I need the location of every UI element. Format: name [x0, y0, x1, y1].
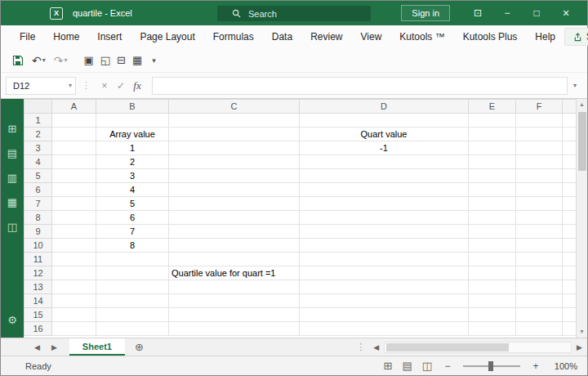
horizontal-scrollbar[interactable] [384, 342, 572, 353]
cell-A4[interactable] [52, 155, 96, 169]
cell-C5[interactable] [169, 169, 300, 183]
name-box[interactable]: D12 ▾ [6, 77, 76, 95]
cell-A14[interactable] [52, 294, 96, 308]
row-header-7[interactable]: 7 [24, 197, 52, 211]
tab-splitter-handle[interactable]: ⋮ [356, 342, 365, 352]
row-header-8[interactable]: 8 [24, 211, 52, 225]
cell-F14[interactable] [516, 294, 563, 308]
normal-view-icon[interactable]: ⊞ [384, 360, 393, 372]
cell-D13[interactable] [300, 280, 469, 294]
cell-F3[interactable] [516, 141, 563, 155]
cell-F8[interactable] [516, 211, 563, 225]
cell-E6[interactable] [469, 183, 516, 197]
cell-C15[interactable] [169, 308, 300, 322]
sheet-tab-sheet1[interactable]: Sheet1 [69, 338, 125, 356]
row-header-6[interactable]: 6 [24, 183, 52, 197]
cell-F6[interactable] [516, 183, 563, 197]
qat-custom-button-3[interactable]: ⊟ [117, 54, 126, 66]
sheet-nav-left-icon[interactable]: ◀ [29, 343, 46, 351]
cell-F12[interactable] [516, 266, 563, 280]
cell-F1[interactable] [516, 114, 563, 128]
row-header-5[interactable]: 5 [24, 169, 52, 183]
vertical-scrollbar[interactable]: ▲ ▼ [576, 99, 587, 338]
cell-A13[interactable] [52, 280, 96, 294]
cell-B4[interactable]: 2 [96, 155, 169, 169]
row-header-4[interactable]: 4 [24, 155, 52, 169]
share-button[interactable]: Share [564, 28, 588, 46]
cell-B12[interactable] [96, 266, 169, 280]
redo-dropdown-icon[interactable]: ▾ [64, 56, 67, 64]
kutools-pane-icon-1[interactable]: ⊞ [8, 123, 17, 135]
ribbon-tab-review[interactable]: Review [301, 25, 351, 48]
cell-B13[interactable] [96, 280, 169, 294]
restore-button[interactable]: □ [522, 1, 551, 25]
page-break-view-icon[interactable]: ◫ [422, 360, 432, 372]
zoom-slider-thumb[interactable] [488, 361, 493, 371]
cell-D3[interactable]: -1 [300, 141, 469, 155]
new-sheet-button[interactable]: ⊕ [135, 341, 144, 353]
cell-D5[interactable] [300, 169, 469, 183]
sign-in-button[interactable]: Sign in [401, 5, 450, 21]
cell-A9[interactable] [52, 225, 96, 239]
cell-B9[interactable]: 7 [96, 225, 169, 239]
customize-qat-icon[interactable]: ▾ [152, 56, 156, 65]
cell-B15[interactable] [96, 308, 169, 322]
cell-F5[interactable] [516, 169, 563, 183]
enter-button[interactable]: ✓ [113, 80, 129, 92]
ribbon-tab-kutools-plus[interactable]: Kutools Plus [454, 25, 527, 48]
cell-E7[interactable] [469, 197, 516, 211]
scroll-up-icon[interactable]: ▲ [579, 99, 585, 110]
sheet-nav-right-icon[interactable]: ▶ [46, 343, 63, 351]
name-box-dropdown-icon[interactable]: ▾ [69, 82, 72, 89]
kutools-pane-icon-5[interactable]: ◫ [7, 222, 17, 233]
col-header-E[interactable]: E [469, 100, 516, 114]
qat-custom-button-4[interactable]: ▦ [132, 54, 142, 66]
undo-button[interactable]: ↶▾ [29, 52, 49, 69]
cell-F13[interactable] [516, 280, 563, 294]
ribbon-tab-file[interactable]: File [11, 25, 44, 48]
ribbon-tab-formulas[interactable]: Formulas [204, 25, 263, 48]
cell-E4[interactable] [469, 155, 516, 169]
cell-B16[interactable] [96, 322, 169, 336]
cell-F15[interactable] [516, 308, 563, 322]
undo-dropdown-icon[interactable]: ▾ [42, 56, 46, 64]
cell-D4[interactable] [300, 155, 469, 169]
cell-E16[interactable] [469, 322, 516, 336]
row-header-12[interactable]: 12 [24, 266, 52, 280]
cell-C10[interactable] [169, 239, 300, 253]
cell-E10[interactable] [469, 239, 516, 253]
cell-A16[interactable] [52, 322, 96, 336]
cell-D12[interactable] [300, 266, 469, 280]
qat-custom-button-1[interactable]: ▣ [84, 54, 94, 66]
row-header-1[interactable]: 1 [24, 114, 52, 128]
zoom-in-button[interactable]: + [530, 360, 541, 372]
cell-B11[interactable] [96, 253, 169, 266]
cell-B8[interactable]: 6 [96, 211, 169, 225]
save-button[interactable] [9, 53, 27, 68]
cell-C3[interactable] [169, 141, 300, 155]
cell-A7[interactable] [52, 197, 96, 211]
minimize-button[interactable]: − [492, 1, 522, 25]
col-header-C[interactable]: C [169, 100, 300, 114]
cell-D2[interactable]: Quart value [300, 128, 469, 141]
cell-D10[interactable] [300, 239, 469, 253]
cell-A15[interactable] [52, 308, 96, 322]
page-layout-view-icon[interactable]: ▤ [402, 360, 412, 372]
ribbon-display-options-icon[interactable]: ⊡ [463, 1, 492, 25]
cell-E11[interactable] [469, 253, 516, 266]
kutools-pane-icon-4[interactable]: ▦ [7, 197, 17, 208]
cell-B7[interactable]: 5 [96, 197, 169, 211]
ribbon-tab-page-layout[interactable]: Page Layout [131, 25, 203, 48]
cell-C1[interactable] [169, 114, 300, 128]
ribbon-tab-view[interactable]: View [352, 25, 391, 48]
cell-C12[interactable]: Quartile value for quart =1 [169, 266, 300, 280]
formula-input[interactable] [152, 77, 568, 95]
col-header-D[interactable]: D [300, 100, 469, 114]
cell-B1[interactable] [96, 114, 169, 128]
cell-E9[interactable] [469, 225, 516, 239]
cell-D7[interactable] [300, 197, 469, 211]
cell-D1[interactable] [300, 114, 469, 128]
cell-E15[interactable] [469, 308, 516, 322]
ribbon-tab-data[interactable]: Data [263, 25, 301, 48]
cell-D16[interactable] [300, 322, 469, 336]
